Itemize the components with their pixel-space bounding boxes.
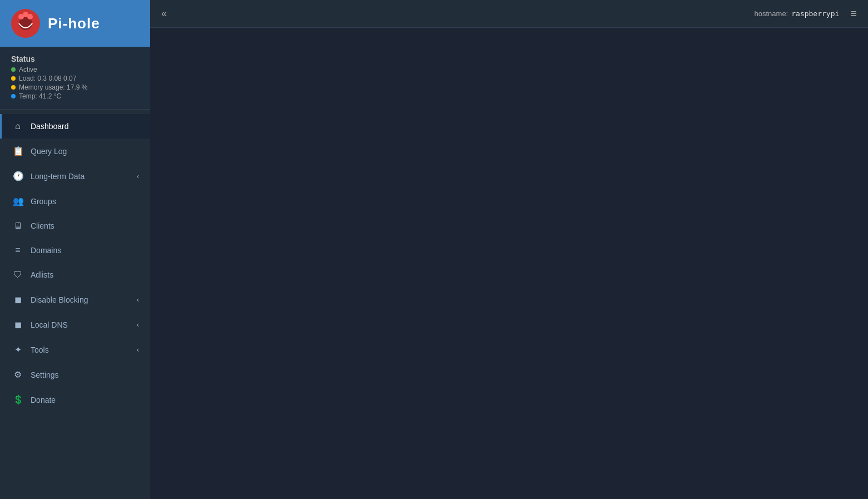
chevron-icon-local-dns: ‹ [137,321,139,329]
groups-icon: 👥 [13,196,23,206]
chevron-icon-long-term: ‹ [137,172,139,180]
sidebar-item-label-tools: Tools [31,345,129,354]
memory-indicator [11,85,16,90]
sidebar-item-adlists[interactable]: 🛡Adlists [0,263,150,287]
sidebar-item-label-disable-blocking: Disable Blocking [31,295,129,304]
sidebar-item-label-local-dns: Local DNS [31,320,129,329]
nav-menu: ⌂Dashboard📋Query Log🕐Long-term Data‹👥Gro… [0,110,150,499]
load-label: Load: 0.3 0.08 0.07 [19,75,76,82]
chevron-icon-tools: ‹ [137,346,139,354]
memory-label: Memory usage: 17.9 % [19,83,87,91]
collapse-button[interactable]: « [161,8,167,19]
sidebar-item-tools[interactable]: ✦Tools‹ [0,337,150,362]
sidebar-item-groups[interactable]: 👥Groups [0,189,150,214]
active-indicator [11,67,16,72]
adlists-icon: 🛡 [13,270,23,280]
charts-area [150,37,868,52]
disable-blocking-icon: ◼ [13,294,23,305]
hamburger-menu-button[interactable]: ≡ [850,7,857,20]
sidebar-item-label-long-term: Long-term Data [31,172,129,181]
status-title: Status [11,55,139,63]
sidebar-item-label-dashboard: Dashboard [31,122,139,131]
sidebar-header: Pi-hole [0,0,150,47]
long-term-icon: 🕐 [13,171,23,181]
hostname-area: hostname: raspberrypi [755,9,840,18]
dashboard-icon: ⌂ [13,121,23,131]
temp-indicator [11,94,16,98]
active-label: Active [19,66,37,73]
tools-icon: ✦ [13,344,23,355]
sidebar-title: Pi-hole [48,15,100,32]
sidebar-item-domains[interactable]: ≡Domains [0,238,150,263]
sidebar-item-dashboard[interactable]: ⌂Dashboard [0,114,150,139]
stats-row [150,28,868,37]
sidebar-item-disable-blocking[interactable]: ◼Disable Blocking‹ [0,287,150,312]
main-content: « hostname: raspberrypi ≡ [150,0,868,499]
chevron-icon-disable-blocking: ‹ [137,296,139,304]
pihole-logo [11,9,40,38]
sidebar-item-label-settings: Settings [31,370,139,379]
sidebar-item-label-domains: Domains [31,246,139,255]
sidebar-item-clients[interactable]: 🖥Clients [0,214,150,238]
temp-label: Temp: 41.2 °C [19,92,61,100]
status-block: Status Active Load: 0.3 0.08 0.07 Memory… [0,47,150,110]
sidebar-item-label-adlists: Adlists [31,270,139,279]
load-indicator [11,76,16,81]
sidebar: Pi-hole Status Active Load: 0.3 0.08 0.0… [0,0,150,499]
sidebar-item-donate[interactable]: 💲Donate [0,387,150,412]
sidebar-item-label-groups: Groups [31,197,139,206]
sidebar-item-query-log[interactable]: 📋Query Log [0,139,150,164]
sidebar-item-local-dns[interactable]: ◼Local DNS‹ [0,312,150,337]
sidebar-item-settings[interactable]: ⚙Settings [0,362,150,387]
donate-icon: 💲 [13,394,23,405]
domains-icon: ≡ [13,245,23,255]
local-dns-icon: ◼ [13,319,23,330]
hostname-label: hostname: [755,9,788,18]
topbar: « hostname: raspberrypi ≡ [150,0,868,28]
clients-icon: 🖥 [13,221,23,231]
hostname-value: raspberrypi [791,9,839,18]
svg-point-4 [23,12,28,17]
sidebar-item-label-clients: Clients [31,221,139,230]
sidebar-item-long-term[interactable]: 🕐Long-term Data‹ [0,164,150,189]
settings-icon: ⚙ [13,369,23,380]
query-log-icon: 📋 [13,146,23,156]
sidebar-item-label-donate: Donate [31,396,139,404]
sidebar-item-label-query-log: Query Log [31,147,139,156]
